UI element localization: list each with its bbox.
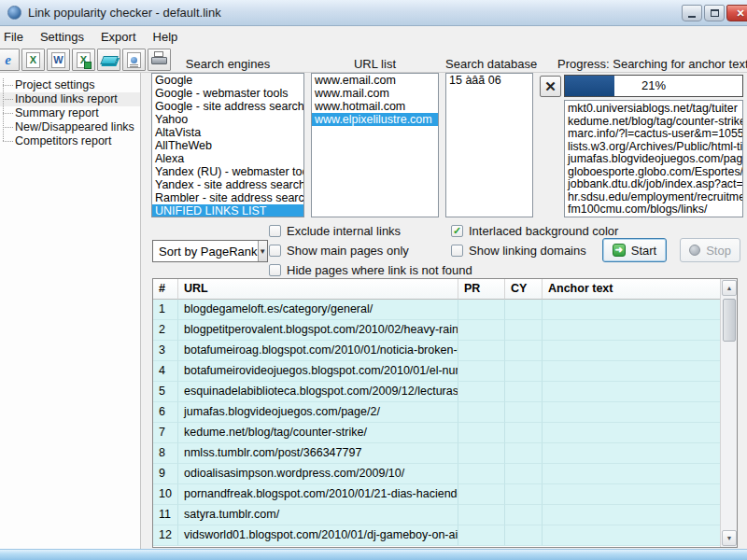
checkbox-exclude-internal-links[interactable]: Exclude internal links [269, 224, 401, 238]
cell-url: satyra.tumblr.com/ [178, 505, 458, 525]
column-header-pr[interactable]: PR [458, 279, 505, 300]
progress-log: mkt0.universiablogs.net/tag/tuiterkedume… [564, 100, 743, 217]
column-header-anchor-text[interactable]: Anchor text [543, 279, 721, 300]
export-excel-button[interactable]: X [21, 49, 45, 71]
checkbox-label: Interlaced background color [469, 224, 618, 238]
table-row[interactable]: 7kedume.net/blog/tag/counter-strike/ [153, 423, 721, 443]
url-list-item[interactable]: www.hotmail.com [312, 100, 438, 113]
search-engine-item[interactable]: Rambler - site address search [152, 191, 303, 204]
cell-anchor [543, 525, 721, 546]
checkbox-show-main-pages-only[interactable]: Show main pages only [269, 244, 409, 258]
table-row[interactable]: 9odioalisasimpson.wordpress.com/2009/10/ [153, 464, 721, 484]
eraser-icon [100, 56, 119, 64]
search-engine-item[interactable]: Google - webmaster tools [152, 87, 303, 100]
cancel-search-button[interactable]: ✕ [540, 76, 561, 97]
clear-button[interactable] [97, 49, 120, 71]
search-engine-item[interactable]: Yandex - site address search [152, 178, 303, 191]
minimize-button[interactable] [682, 5, 702, 21]
checkbox-interlaced-background-color[interactable]: ✓Interlaced background color [451, 224, 618, 238]
table-row[interactable]: 8nmlss.tumblr.com/post/366347797 [153, 443, 721, 464]
sidebar-item-new-disappeared-links[interactable]: New/Disappeared links [0, 120, 140, 134]
cell-pr [458, 361, 505, 382]
cell-url: jumafas.blogvideojuegos.com/page/2/ [178, 402, 458, 423]
table-row[interactable]: 1blogdegameloft.es/category/general/ [153, 300, 721, 320]
tree-connector-line [3, 78, 4, 141]
log-line: globoesporte.globo.com/Esportes/Not [568, 166, 742, 179]
sort-dropdown[interactable]: Sort by PageRank ▼ [152, 240, 268, 262]
sidebar-item-competitors-report[interactable]: Competitors report [0, 134, 140, 148]
scroll-down-icon[interactable]: ▼ [722, 530, 737, 546]
checkbox-box[interactable] [451, 245, 463, 257]
chevron-down-icon[interactable]: ▼ [258, 241, 267, 261]
progress-label: Progress: Searching for anchor text [557, 57, 747, 71]
checkbox-box[interactable] [269, 225, 281, 237]
url-list-item[interactable]: www.email.com [312, 74, 438, 87]
close-button[interactable]: ✕ [726, 5, 747, 21]
cell-num: 9 [153, 464, 178, 484]
cell-num: 6 [153, 402, 178, 423]
stop-button-label: Stop [706, 244, 731, 258]
checkbox-box[interactable] [269, 264, 281, 276]
maximize-button[interactable] [704, 5, 725, 21]
log-line: jumafas.blogvideojuegos.com/page/2 [568, 153, 742, 166]
cell-cy [505, 300, 543, 320]
table-row[interactable]: 12vidsworld01.blogspot.com/2010/01/dj-ga… [153, 525, 721, 546]
sidebar-item-project-settings[interactable]: Project settings [0, 78, 140, 92]
search-engine-item[interactable]: AllTheWeb [152, 139, 303, 152]
checkbox-show-linking-domains[interactable]: Show linking domains [451, 244, 586, 258]
search-engine-item[interactable]: Google - site address search [152, 100, 303, 113]
url-list-item[interactable]: www.mail.com [312, 87, 438, 100]
cell-pr [458, 484, 505, 505]
sidebar-item-inbound-links-report[interactable]: Inbound links report [0, 92, 140, 106]
cell-pr [458, 525, 505, 546]
sidebar-splitter[interactable] [140, 73, 141, 549]
line [130, 66, 138, 67]
search-engine-item[interactable]: Yandex (RU) - webmaster tools [152, 165, 303, 178]
menu-item-export[interactable]: Export [92, 27, 145, 47]
search-engine-item[interactable]: AltaVista [152, 126, 303, 139]
start-button[interactable]: ➜ Start [602, 238, 667, 262]
sidebar-item-summary-report[interactable]: Summary report [0, 106, 140, 120]
cell-pr [458, 423, 505, 443]
search-database-item[interactable]: 15 àâã 06 [446, 74, 532, 87]
cell-pr [458, 320, 505, 341]
printer-paper [154, 51, 163, 57]
table-row[interactable]: 11satyra.tumblr.com/ [153, 505, 721, 525]
table-row[interactable]: 5esquinadelabiblioteca.blogspot.com/2009… [153, 382, 721, 402]
table-body: 1blogdegameloft.es/category/general/2blo… [153, 300, 721, 546]
table-row[interactable]: 6jumafas.blogvideojuegos.com/page/2/ [153, 402, 721, 423]
search-engines-label: Search engines [151, 57, 304, 71]
checkbox-box[interactable] [269, 245, 281, 257]
log-line: mkt0.universiablogs.net/tag/tuiter [568, 103, 742, 116]
table-row[interactable]: 2blogpetitperovalent.blogspot.com/2010/0… [153, 320, 721, 341]
checkbox-hide-pages-where-link-is-not-found[interactable]: Hide pages where link is not found [269, 263, 472, 277]
save-excel-button[interactable]: X [72, 49, 95, 71]
search-engine-item[interactable]: Yahoo [152, 113, 303, 126]
search-engine-item[interactable]: Google [152, 74, 303, 87]
export-word-button[interactable]: W [47, 49, 70, 71]
url-list-label: URL list [311, 57, 439, 71]
scroll-up-icon[interactable]: ▲ [722, 280, 737, 296]
url-list-item[interactable]: www.elpixelilustre.com [312, 113, 438, 126]
table-scrollbar[interactable]: ▲ ▼ [720, 279, 737, 547]
cell-pr [458, 341, 505, 361]
search-engine-item[interactable]: UNIFIED LINKS LIST [152, 204, 303, 217]
search-engine-item[interactable]: Alexa [152, 152, 303, 165]
cell-anchor [543, 484, 721, 505]
column-header-url[interactable]: URL [178, 279, 458, 300]
column-header-cy[interactable]: CY [505, 279, 543, 300]
report-button[interactable] [122, 49, 146, 71]
stop-button[interactable]: Stop [680, 238, 740, 262]
checkbox-box[interactable]: ✓ [451, 225, 463, 237]
menu-item-file[interactable]: File [0, 27, 32, 47]
scrollbar-thumb[interactable] [723, 299, 736, 342]
table-row[interactable]: 10pornandfreak.blogspot.com/2010/01/21-d… [153, 484, 721, 505]
export-html-button[interactable]: e [0, 49, 20, 71]
cell-cy [505, 382, 543, 402]
table-row[interactable]: 4botafumeirovideojuegos.blogspot.com/201… [153, 361, 721, 382]
menu-item-settings[interactable]: Settings [32, 27, 92, 47]
table-row[interactable]: 3botafumeiroag.blogspot.com/2010/01/noti… [153, 341, 721, 361]
checkbox-label: Show linking domains [469, 244, 586, 258]
menu-item-help[interactable]: Help [145, 27, 187, 47]
column-header--[interactable]: # [153, 279, 178, 300]
